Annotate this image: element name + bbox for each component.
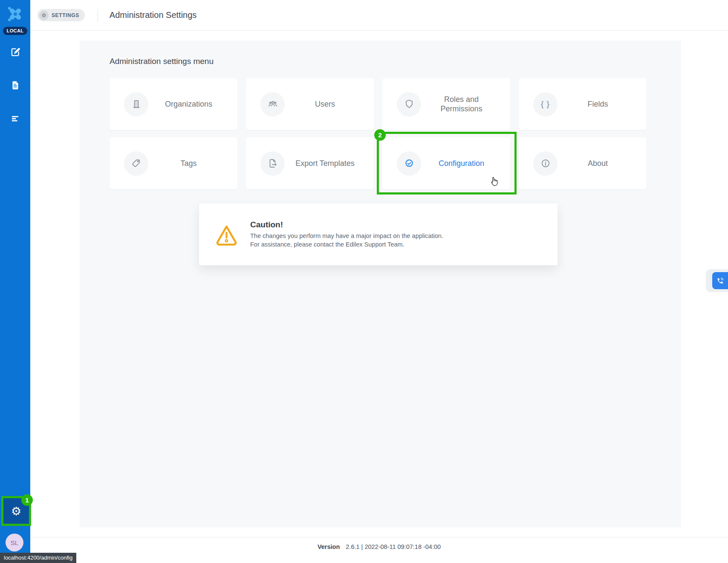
sidebar-item-editor-icon[interactable] [9, 46, 21, 58]
support-phone-button[interactable] [712, 272, 728, 289]
admin-settings-panel: Administration settings menu [80, 41, 681, 528]
admin-settings-page: LOCAL ⚙ 1 SL [0, 0, 728, 563]
card-tags[interactable]: Tags [110, 137, 237, 189]
app-logo-icon [6, 4, 25, 24]
sidebar-item-documents-icon[interactable] [9, 79, 21, 91]
settings-chip-label: SETTINGS [52, 12, 79, 18]
footer-divider [30, 537, 728, 537]
annotation-step-2-badge: 2 [374, 129, 386, 141]
users-icon [260, 92, 285, 116]
caution-panel: Caution! The changes you perform may hav… [199, 203, 558, 265]
card-label: Users [285, 99, 374, 109]
settings-cards-grid: Organizations Users [110, 78, 647, 189]
caution-line-1: The changes you perform may have a major… [250, 232, 443, 240]
card-label: Tags [148, 159, 237, 168]
warning-triangle-icon [214, 223, 239, 246]
card-label: About [558, 159, 647, 168]
gear-icon: ⚙ [11, 505, 21, 517]
hand-cursor-icon [489, 176, 499, 188]
card-label: Fields [558, 99, 647, 109]
settings-breadcrumb-chip[interactable]: ⚙ SETTINGS [38, 9, 85, 21]
user-avatar[interactable]: SL [6, 534, 23, 551]
card-label: Organizations [148, 99, 237, 109]
card-label: Configuration [421, 159, 510, 168]
version-line: Version 2.6.1 | 2022-08-11 09:07:18 -04:… [30, 543, 728, 550]
card-label: Export Templates [285, 159, 374, 168]
phone-icon [716, 277, 724, 285]
version-label: Version [318, 543, 340, 550]
card-label: Roles and Permissions [421, 95, 510, 114]
card-users[interactable]: Users [246, 78, 374, 130]
card-fields[interactable]: { } Fields [519, 78, 647, 130]
card-about[interactable]: About [519, 137, 647, 189]
version-value: 2.6.1 | 2022-08-11 09:07:18 -04:00 [346, 543, 441, 550]
shield-icon [397, 92, 421, 116]
braces-icon: { } [533, 92, 558, 116]
card-organizations[interactable]: Organizations [110, 78, 237, 130]
sidebar-item-list-icon[interactable] [9, 113, 21, 125]
status-url-tooltip: localhost:4200/admin/config [0, 553, 76, 563]
card-configuration[interactable]: Configuration 2 [382, 137, 510, 189]
page-title: Administration Settings [110, 10, 197, 20]
sidebar: LOCAL [0, 0, 30, 563]
card-export-templates[interactable]: Export Templates [246, 137, 374, 189]
caution-text: Caution! The changes you perform may hav… [250, 220, 443, 249]
card-roles-permissions[interactable]: Roles and Permissions [382, 78, 510, 130]
environment-badge: LOCAL [3, 27, 28, 35]
export-icon [260, 151, 285, 176]
info-icon [533, 151, 558, 176]
annotation-step-1-badge: 1 [21, 494, 33, 506]
divider [98, 9, 98, 22]
building-icon [124, 92, 148, 116]
gear-icon: ⚙ [39, 11, 49, 20]
menu-heading: Administration settings menu [110, 57, 214, 66]
caution-title: Caution! [250, 220, 443, 229]
caution-line-2: For assistance, please contact the Edile… [250, 240, 443, 249]
badge-check-icon [397, 151, 421, 176]
top-bar: ⚙ SETTINGS Administration Settings [30, 0, 728, 31]
tag-icon [124, 151, 148, 176]
admin-settings-gear-button[interactable]: ⚙ 1 [1, 496, 31, 526]
